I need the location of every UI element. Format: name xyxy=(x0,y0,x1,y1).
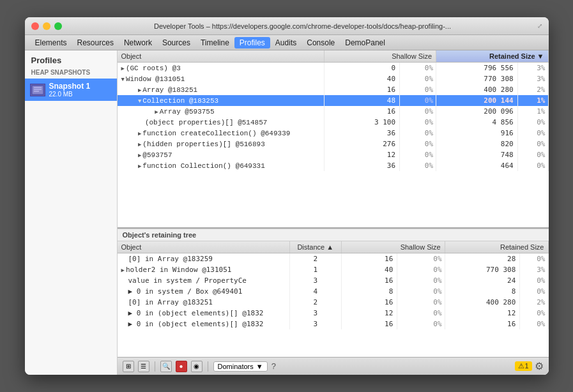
table-row[interactable]: value in system / PropertyCe 3 16 0% 24 … xyxy=(118,275,549,286)
menu-resources[interactable]: Resources xyxy=(72,37,119,49)
maximize-button[interactable] xyxy=(54,22,62,30)
th-retained[interactable]: Retained Size ▼ xyxy=(436,50,548,63)
cell-object: ▶@593757 xyxy=(118,149,325,160)
cell-shallow-val: 16 xyxy=(324,84,399,95)
cell-shallow-val: 16 xyxy=(341,275,397,286)
resize-icon: ⤢ xyxy=(537,22,542,29)
bottom-table-scroll[interactable]: Object Distance ▲ Shallow Size Retained … xyxy=(118,241,549,357)
menu-demopanel[interactable]: DemoPanel xyxy=(340,37,390,49)
cell-dist: 3 xyxy=(289,275,341,286)
menu-timeline[interactable]: Timeline xyxy=(195,37,234,49)
cell-retained-pct: 0% xyxy=(517,117,548,128)
menu-console[interactable]: Console xyxy=(302,37,340,49)
th-bot-distance[interactable]: Distance ▲ xyxy=(289,241,341,253)
cell-retained-val: 400 280 xyxy=(436,84,518,95)
table-row[interactable]: (object properties)[] @514857 3 100 0% 4… xyxy=(118,117,549,128)
minimize-button[interactable] xyxy=(43,22,50,30)
table-row[interactable]: ▶ 0 in (object elements)[] @1832 3 16 0%… xyxy=(118,319,549,329)
table-row[interactable]: ▶Array @593755 16 0% 200 096 1% xyxy=(118,106,549,117)
menu-audits[interactable]: Audits xyxy=(270,37,302,49)
th-bot-object: Object xyxy=(118,241,290,253)
cell-shallow-pct: 0% xyxy=(400,128,436,139)
section-label: Object's retaining tree xyxy=(118,229,549,241)
th-bot-retained: Retained Size xyxy=(445,241,548,253)
table-row[interactable]: ▶ 0 in system / Box @649401 4 8 0% 8 0% xyxy=(118,286,549,297)
cell-retained-val: 16 xyxy=(445,319,520,329)
record-icon[interactable]: ● xyxy=(176,361,187,372)
cell-object: ▶holder2 in Window @131051 xyxy=(118,264,290,275)
cell-object: ▼Collection @183253 xyxy=(118,95,325,106)
dominators-dropdown[interactable]: Dominators ▼ xyxy=(213,361,268,372)
cell-retained-pct: 0% xyxy=(520,308,548,319)
cell-shallow-val: 40 xyxy=(324,73,399,84)
sidebar: Profiles HEAP SNAPSHOTS Snapshot 1 22.0 … xyxy=(25,50,118,375)
cell-shallow-pct: 0% xyxy=(400,160,436,171)
statusbar: ⊞ ☰ 🔍 ● ◉ Dominators ▼ ? ⚠1 ⚙ xyxy=(118,357,549,375)
cell-shallow-pct: 0% xyxy=(397,286,445,297)
cell-object: ▶(hidden properties)[] @516893 xyxy=(118,139,325,149)
menu-network[interactable]: Network xyxy=(119,37,157,49)
cell-retained-pct: 0% xyxy=(520,253,548,265)
list-icon[interactable]: ☰ xyxy=(138,361,149,372)
cell-shallow-val: 276 xyxy=(324,139,399,149)
table-row[interactable]: ▶@593757 12 0% 748 0% xyxy=(118,149,549,160)
cell-shallow-pct: 0% xyxy=(400,117,436,128)
table-row[interactable]: [0] in Array @183251 2 16 0% 400 280 2% xyxy=(118,297,549,308)
table-row[interactable]: ▶holder2 in Window @131051 1 40 0% 770 3… xyxy=(118,264,549,275)
cell-retained-pct: 2% xyxy=(520,297,548,308)
cell-retained-val: 464 xyxy=(436,160,518,171)
cell-retained-val: 12 xyxy=(445,308,520,319)
table-row[interactable]: ▶(hidden properties)[] @516893 276 0% 82… xyxy=(118,139,549,149)
cell-shallow-val: 16 xyxy=(341,319,397,329)
cell-shallow-pct: 0% xyxy=(397,308,445,319)
cell-shallow-pct: 0% xyxy=(400,149,436,160)
cell-shallow-pct: 0% xyxy=(397,297,445,308)
sep2 xyxy=(208,361,208,372)
cell-dist: 1 xyxy=(289,264,341,275)
gear-icon[interactable]: ⚙ xyxy=(535,360,544,372)
cell-shallow-pct: 0% xyxy=(400,106,436,117)
cell-object: ▶ 0 in (object elements)[] @1832 xyxy=(118,308,290,319)
cell-retained-pct: 0% xyxy=(517,160,548,171)
menu-profiles[interactable]: Profiles xyxy=(234,37,270,49)
cell-shallow-val: 8 xyxy=(341,286,397,297)
table-row[interactable]: ▶Array @183251 16 0% 400 280 2% xyxy=(118,84,549,95)
cell-shallow-pct: 0% xyxy=(397,275,445,286)
sep1 xyxy=(155,361,155,372)
top-table-scroll[interactable]: Object Shallow Size Retained Size ▶(GC r… xyxy=(118,50,549,227)
bottom-data-table: Object Distance ▲ Shallow Size Retained … xyxy=(118,241,549,329)
table-row[interactable]: ▶function Collection() @649331 36 0% 464… xyxy=(118,160,549,171)
menu-elements[interactable]: Elements xyxy=(30,37,72,49)
table-row[interactable]: [0] in Array @183259 2 16 0% 28 0% xyxy=(118,253,549,265)
menu-sources[interactable]: Sources xyxy=(157,37,195,49)
close-button[interactable] xyxy=(31,22,39,30)
table-row[interactable]: ▶ 0 in (object elements)[] @1832 3 12 0%… xyxy=(118,308,549,319)
cell-object: ▶Array @183251 xyxy=(118,84,325,95)
svg-rect-0 xyxy=(32,86,43,94)
search-icon[interactable]: 🔍 xyxy=(160,361,172,372)
bottom-section: Object Distance ▲ Shallow Size Retained … xyxy=(118,241,549,357)
cell-shallow-val: 3 100 xyxy=(324,117,399,128)
cell-shallow-pct: 0% xyxy=(400,84,436,95)
help-icon[interactable]: ? xyxy=(271,361,276,371)
camera-icon[interactable]: ◉ xyxy=(191,361,202,372)
snapshot-item[interactable]: Snapshot 1 22.0 MB xyxy=(25,79,117,101)
table-row[interactable]: ▼Collection @183253 48 0% 200 144 1% xyxy=(118,95,549,106)
top-data-table: Object Shallow Size Retained Size ▼ ▶(GC… xyxy=(118,50,549,171)
cell-retained-val: 4 856 xyxy=(436,117,518,128)
cell-object: ▶(GC roots) @3 xyxy=(118,63,325,74)
cell-retained-pct: 0% xyxy=(517,139,548,149)
cell-object: [0] in Array @183251 xyxy=(118,297,290,308)
cell-retained-pct: 3% xyxy=(520,264,548,275)
cell-retained-pct: 0% xyxy=(520,275,548,286)
dominators-label: Dominators xyxy=(218,363,254,370)
table-row[interactable]: ▶function createCollection() @649339 36 … xyxy=(118,128,549,139)
table-row[interactable]: ▶(GC roots) @3 0 0% 796 556 3% xyxy=(118,63,549,74)
cell-dist: 4 xyxy=(289,286,341,297)
cell-shallow-val: 16 xyxy=(341,297,397,308)
main-content: Profiles HEAP SNAPSHOTS Snapshot 1 22.0 … xyxy=(25,50,549,375)
element-icon[interactable]: ⊞ xyxy=(123,361,134,372)
right-panel: Object Shallow Size Retained Size ▶(GC r… xyxy=(118,50,549,375)
table-row[interactable]: ▼Window @131051 40 0% 770 308 3% xyxy=(118,73,549,84)
traffic-lights xyxy=(31,22,62,30)
